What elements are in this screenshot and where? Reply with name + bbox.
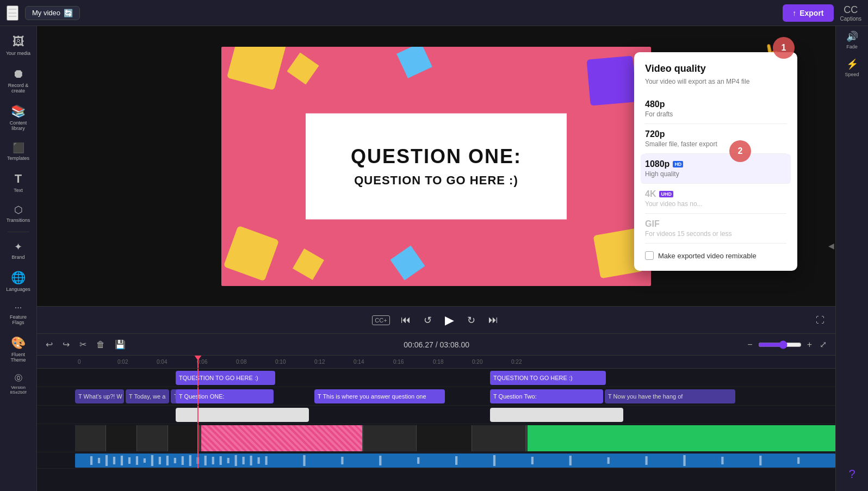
undo-button[interactable]: ↩ [44,338,55,351]
svg-rect-30 [493,455,495,466]
menu-button[interactable]: ☰ [7,5,18,21]
right-panel-volume[interactable]: 🔊 Fade [846,30,858,49]
video-thumbnails [75,425,835,451]
clip-text-today[interactable]: T Today, we a [126,389,169,403]
quality-option-gif[interactable]: GIF For videos 15 seconds or less [645,214,786,244]
svg-rect-3 [106,455,108,466]
fit-button[interactable]: ⤢ [817,338,829,351]
shape-cube-1 [227,47,287,90]
quality-option-720p[interactable]: 720p Smaller file, faster export [645,124,786,154]
quality-option-1080p[interactable]: 1080p HD High quality [641,154,791,184]
sidebar-item-languages[interactable]: 🌐 Languages [2,266,35,296]
collapse-panel-left[interactable]: ◀ [828,241,834,250]
svg-rect-14 [189,455,191,466]
clip-blank-1[interactable] [176,408,309,422]
clip-text-q1[interactable]: T Question ONE: [176,389,274,403]
zoom-in-button[interactable]: + [805,339,814,351]
languages-icon: 🌐 [11,271,26,285]
skip-back-button[interactable]: ⏮ [399,312,413,328]
sidebar-item-templates[interactable]: ⬛ Templates [2,138,35,165]
zoom-out-button[interactable]: − [745,339,754,351]
sidebar-item-label: Text [14,188,23,193]
clip-icon: T [179,375,183,381]
ruler-20: 0:20 [472,359,482,365]
ruler-02: 0:02 [117,359,128,365]
redo-button[interactable]: ↪ [60,338,72,351]
clip-text-answer[interactable]: T This is where you answer question one [314,389,445,403]
shape-diamond-bottom [288,244,328,284]
captions-label: Captions [840,16,861,22]
svg-rect-38 [797,457,799,464]
fullscreen-button[interactable]: ⛶ [816,315,824,325]
shape-cube-bottom-left [224,225,280,281]
clip-text-q2[interactable]: T Question Two: [490,389,603,403]
video-track-row [37,424,835,452]
back5-button[interactable]: ↺ [421,312,434,328]
sidebar-item-your-media[interactable]: 🖼 Your media [2,30,35,60]
transitions-icon: ⬡ [14,204,23,216]
sidebar-item-fluent-theme[interactable]: 🎨 Fluent Theme [2,332,35,367]
svg-rect-22 [250,456,252,465]
export-label: Export [799,9,823,17]
right-panel: 🔊 Fade ⚡ Speed ◀ ? [835,26,868,491]
svg-rect-13 [182,456,184,465]
save-button[interactable]: 💾 [113,338,128,351]
export-button[interactable]: ↑ Export [783,4,833,22]
right-panel-speed[interactable]: ⚡ Speed [845,58,859,77]
clip-blank-2[interactable] [490,408,623,422]
sidebar-item-content-library[interactable]: 📚 Content library [2,100,35,135]
svg-rect-31 [531,457,534,464]
vid-segment-2 [200,425,363,451]
svg-rect-8 [144,458,146,463]
clip-caption-1[interactable]: T QUESTION TO GO HERE :) [176,371,275,385]
audio-track-row [37,452,835,469]
clip-text-whatsup[interactable]: T What's up?! W [75,389,124,403]
captions-button[interactable]: CC Captions [840,4,861,22]
cc-button[interactable]: CC+ [372,315,389,325]
timeline-area: ↩ ↪ ✂ 🗑 💾 00:06.27 / 03:08.00 − + ⤢ 0 0:… [37,333,835,491]
svg-rect-20 [235,455,237,466]
svg-rect-23 [258,457,260,464]
sidebar-item-text[interactable]: T Text [2,167,35,197]
vid-thumb-1 [75,425,106,451]
svg-rect-1 [90,456,92,465]
svg-rect-28 [417,457,419,464]
zoom-slider[interactable] [758,340,802,349]
speed-icon: ⚡ [846,58,858,70]
record-icon: ⏺ [13,67,24,81]
skip-fwd-button[interactable]: ⏭ [486,312,500,328]
play-button[interactable]: ▶ [443,311,456,330]
sidebar-item-label: Transitions [7,217,30,223]
quality-option-480p[interactable]: 480p For drafts [645,94,786,124]
quality-subtitle: Your video will export as an MP4 file [645,78,786,85]
cut-button[interactable]: ✂ [77,338,89,351]
uhd-badge: UHD [659,191,673,197]
playhead[interactable] [197,356,199,368]
delete-button[interactable]: 🗑 [94,339,107,351]
quality-dropdown: Video quality Your video will export as … [634,52,797,271]
quality-4k-desc: Your video has no... [645,200,786,208]
remixable-checkbox[interactable] [645,251,654,260]
fwd5-button[interactable]: ↻ [465,312,478,328]
svg-rect-36 [721,457,723,464]
sidebar-item-record[interactable]: ⏺ Record & create [2,63,35,98]
sidebar-item-version[interactable]: ⓪ Version 8Se2b0f [2,369,35,399]
quality-720p-desc: Smaller file, faster export [645,140,786,148]
clip-icon-2: T [493,375,497,381]
video-title[interactable]: My video 🔄 [25,6,80,20]
svg-rect-4 [113,457,115,464]
preview-canvas[interactable]: QUESTION ONE: QUESTION TO GO HERE :) [221,47,651,286]
sidebar-item-feature-flags[interactable]: ··· Feature Flags [2,299,35,330]
blank-track-content [75,406,835,424]
clip-caption-2[interactable]: T QUESTION TO GO HERE :) [490,371,606,385]
sidebar-item-label: Feature Flags [4,314,33,325]
clip-text-now[interactable]: T Now you have the hang of [605,389,735,403]
main-layout: 🖼 Your media ⏺ Record & create 📚 Content… [0,26,868,491]
help-button[interactable]: ? [848,467,855,481]
svg-rect-12 [174,458,176,463]
sidebar-item-transitions[interactable]: ⬡ Transitions [2,200,35,227]
sidebar-item-brand-kit[interactable]: ✦ Brand [2,237,35,264]
quality-option-4k[interactable]: 4K UHD Your video has no... [645,184,786,214]
svg-rect-29 [455,456,457,465]
sidebar: 🖼 Your media ⏺ Record & create 📚 Content… [0,26,37,491]
